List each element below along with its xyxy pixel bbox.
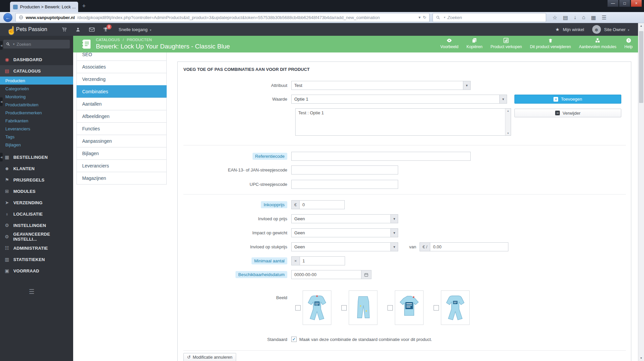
avatar[interactable]: ☻ [592,25,601,34]
wholesale-price-input[interactable]: 0 [300,200,345,209]
remove-attribute-button[interactable]: − Verwijder [514,109,621,117]
back-button[interactable]: ← [3,13,12,22]
sidebar-sub-productattributen[interactable]: Productattributen [0,101,73,109]
sidebar-sub-categorieen[interactable]: Categorieën [0,85,73,93]
reference-input[interactable] [291,152,471,161]
sidebar-sub-productkenmerken[interactable]: Productkenmerken [0,109,73,117]
tab-combinaties[interactable]: Combinaties [76,85,167,98]
product-image-romper-back[interactable] [441,290,470,325]
default-checkbox[interactable]: ✓ [291,337,297,342]
sidebar-sub-producten[interactable]: Producten [0,77,73,85]
price-impact-select[interactable]: Geen ▼ [291,214,398,223]
tab-afbeeldingen[interactable]: Afbeeldingen [76,110,167,123]
page-scrollbar[interactable]: ▲ ▼ [638,23,644,361]
search-engine-caret-icon[interactable]: ▾ [444,16,445,19]
product-sales-button[interactable]: Product verkopen [490,37,522,49]
tab-functies[interactable]: Functies [76,122,167,135]
image-checkbox-4[interactable] [434,305,439,311]
trophy-icon[interactable]: 8 [103,27,109,32]
image-checkbox-2[interactable] [341,305,347,311]
menu-icon[interactable]: ☰ [602,14,606,21]
min-quantity-input[interactable]: 1 [300,256,345,265]
sidebar-item-catalogus[interactable]: ▤ CATALOGUS [0,65,73,77]
add-attribute-button[interactable]: + Toevoegen [514,95,621,104]
sidebar-sub-tags[interactable]: Tags [0,133,73,141]
duplicate-button[interactable]: Kopiëren [466,37,482,49]
apps-icon[interactable]: ▦ [591,14,596,21]
sidebar-item-statistieken[interactable]: ▥ STATISTIEKEN [0,254,73,265]
sidebar-item-localisatie[interactable]: ♁ LOCALISATIE [0,208,73,220]
home-icon[interactable]: ⌂ [582,14,585,20]
minimize-button[interactable]: — [607,0,619,7]
sidebar-item-administratie[interactable]: ☷ ADMINISTRATIE [0,242,73,254]
url-bar[interactable]: www.vanpuptotpuber.nl /dxodjpkoapid89tj/… [15,13,430,22]
product-image-pants[interactable] [349,290,377,325]
sidebar-item-prijsregels[interactable]: ⚑ PRIJSREGELS [0,174,73,186]
maximize-button[interactable]: □ [619,0,630,7]
scrollbar-thumb[interactable] [639,31,643,103]
combination-entry[interactable]: Test : Optie 1 [296,109,511,117]
quick-access-dropdown[interactable]: Snelle toegang ▾ [119,27,151,32]
sidebar-item-modules[interactable]: ⊞ MODULES [0,186,73,197]
new-tab-button[interactable]: + [82,3,86,10]
calendar-icon[interactable] [361,270,371,279]
combination-listbox[interactable]: Test : Optie 1 ▲▼ [295,108,511,136]
tab-verzending[interactable]: Verzending [76,73,167,86]
sidebar-item-voorraad[interactable]: ▣ VOORRAAD [0,265,73,276]
scroll-down-icon[interactable]: ▼ [638,355,644,361]
close-button[interactable]: × [631,0,642,7]
url-dropdown-icon[interactable]: ▾ [419,15,421,20]
sidebar-collapse-arrow[interactable]: ◀ [0,97,3,106]
tab-leveranciers[interactable]: Leveranciers [76,159,167,172]
image-checkbox-3[interactable] [387,305,393,311]
tab-bijlagen[interactable]: Bijlagen [76,147,167,160]
tab-associaties[interactable]: Associaties [76,61,167,73]
sidebar-collapse-arrow[interactable]: ◀ [0,153,3,161]
sidebar-sub-bijlagen[interactable]: Bijlagen [0,141,73,149]
mail-icon[interactable] [89,27,95,32]
product-image-sweater-front[interactable] [395,290,424,325]
help-button[interactable]: ? Help [624,37,633,49]
browser-tab[interactable]: Producten > Bewerk: Lock ... × [10,2,78,12]
availability-date-input[interactable]: 0000-00-00 [291,270,361,279]
sidebar-item-verzending[interactable]: ➤ VERZENDING [0,197,73,208]
sidebar-item-geavanceerde-instellingen[interactable]: ⚙ GEAVANCEERDE INSTELLI... [0,231,73,242]
cart-icon[interactable] [61,27,67,32]
listbox-scrollbar[interactable]: ▲▼ [505,109,511,135]
preview-button[interactable]: Voorbeeld [440,37,458,49]
value-select[interactable]: Optie 1 ▼ [291,95,507,104]
bookmark-star-icon[interactable]: ☆ [552,14,557,21]
sidebar-sub-fabrikanten[interactable]: Fabrikanten [0,117,73,125]
downloads-icon[interactable]: ↓ [574,14,576,20]
cancel-modification-button[interactable]: ↺ Modificatie annuleren [183,353,236,361]
weight-impact-select[interactable]: Geen ▼ [291,228,398,237]
bookmarks-menu-icon[interactable]: ▤ [563,14,568,21]
scroll-up-icon[interactable]: ▲ [638,23,644,29]
tab-magazijnen[interactable]: Magazijnen [76,172,167,185]
recommended-modules-button[interactable]: Aanbevolen modules [579,37,616,49]
sidebar-sub-leveranciers[interactable]: Leveranciers [0,125,73,133]
ean-input[interactable] [291,165,398,174]
sidebar-item-klanten[interactable]: ☻ KLANTEN [0,163,73,174]
browser-search-input[interactable]: ▾ Zoeken [433,13,546,22]
search-scope-caret-icon[interactable]: ▾ [13,42,15,46]
my-shop-link[interactable]: Mijn winkel [563,27,584,32]
sidebar-collapse-arrow[interactable]: ◀ [0,41,3,50]
tab-aantallen[interactable]: Aantallen [76,98,167,110]
unit-price-impact-select[interactable]: Geen ▼ [291,242,398,251]
breadcrumb-producten[interactable]: PRODUCTEN [127,38,152,42]
delete-product-button[interactable]: Dit product verwijderen [530,37,571,49]
customer-icon[interactable] [75,27,81,32]
attribute-select[interactable]: Test ▼ [291,81,471,90]
product-image-romper-front[interactable] [303,290,331,325]
tab-aanpassingen[interactable]: Aanpassingen [76,135,167,147]
sidebar-collapse-icon[interactable]: ☰ [29,288,34,295]
sidebar-item-instellingen[interactable]: ⚙ INSTELLINGEN [0,220,73,231]
sidebar-item-bestellingen[interactable]: ▦ BESTELLINGEN [0,151,73,163]
sidebar-search-input[interactable]: ▾ Zoeken [3,40,70,48]
sidebar-sub-monitoring[interactable]: Monitoring [0,93,73,101]
reload-icon[interactable]: ↻ [423,15,426,20]
unit-price-amount-input[interactable]: 0.00 [430,242,508,251]
user-menu[interactable]: Site Owner ▾ [604,27,629,32]
upc-input[interactable] [291,180,398,189]
